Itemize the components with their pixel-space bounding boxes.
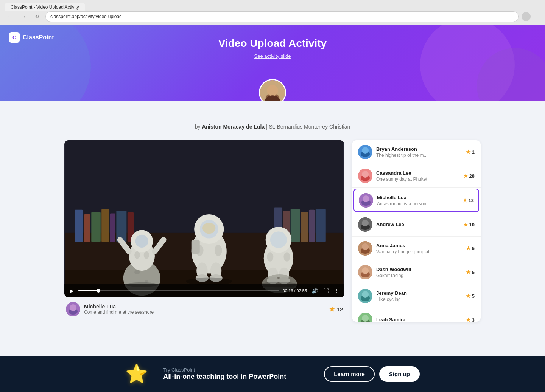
video-star-badge: ★ 12 (329, 305, 343, 313)
author-separator: | (266, 124, 268, 130)
star-icon: ★ (463, 222, 468, 228)
svg-point-40 (202, 223, 215, 234)
svg-rect-8 (91, 212, 100, 242)
back-button[interactable]: ← (5, 11, 15, 22)
author-name: Aniston Moracay de Lula (202, 124, 265, 130)
star-icon: ★ (466, 245, 471, 251)
video-container[interactable]: ▶ 00:16 / 02:55 🔊 ⛶ ⋮ (64, 140, 344, 297)
svg-point-24 (134, 251, 140, 259)
submission-avatar (358, 241, 372, 256)
svg-point-21 (134, 270, 140, 274)
footer-star-icon: ⭐ (125, 363, 148, 366)
progress-fill (78, 290, 98, 291)
video-scene (64, 140, 344, 297)
svg-point-43 (283, 252, 290, 261)
submission-info: Leah Samira (376, 317, 466, 322)
submission-info: Anna James Wanna try bungee jump at... (376, 243, 466, 254)
mute-button[interactable]: 🔊 (311, 287, 319, 294)
active-tab[interactable]: ClassPoint - Video Upload Activity (5, 3, 85, 11)
svg-point-50 (270, 231, 287, 248)
caption-avatar (66, 302, 80, 316)
svg-rect-9 (101, 209, 109, 242)
video-section: ▶ 00:16 / 02:55 🔊 ⛶ ⋮ (64, 140, 344, 322)
svg-rect-11 (116, 211, 126, 242)
star-icon: ★ (466, 149, 471, 155)
content-layout: ▶ 00:16 / 02:55 🔊 ⛶ ⋮ (64, 140, 481, 322)
submission-item[interactable]: Cassandra Lee One sunny day at Phuket ★ … (352, 164, 481, 188)
svg-rect-10 (110, 213, 115, 242)
author-info: by Aniston Moracay de Lula | St. Bernard… (195, 124, 350, 130)
svg-point-71 (362, 243, 369, 250)
star-icon: ★ (466, 269, 471, 275)
submission-stars: ★ 10 (463, 222, 475, 228)
submission-stars: ★ 12 (462, 197, 474, 203)
svg-point-22 (145, 280, 148, 283)
page-title: Video Upload Activity (0, 37, 545, 50)
submission-avatar (359, 193, 373, 208)
svg-rect-16 (301, 212, 308, 242)
submission-avatar (358, 169, 372, 183)
tab-label: ClassPoint - Video Upload Activity (11, 5, 79, 10)
submitter-name: Michelle Lua (84, 304, 154, 310)
submission-stars: ★ 5 (466, 293, 475, 299)
svg-point-42 (267, 252, 273, 261)
reload-button[interactable]: ↻ (32, 11, 42, 22)
time-display: 00:16 / 02:55 (283, 288, 307, 293)
avatar-image (260, 80, 285, 101)
forward-button[interactable]: → (18, 11, 29, 22)
submission-item[interactable]: Andrew Lee ★ 10 (352, 213, 481, 237)
submission-item-active[interactable]: Michelle Lua An astronaut is a person...… (353, 189, 479, 212)
author-prefix: by (195, 124, 201, 130)
svg-point-65 (363, 195, 369, 202)
svg-rect-6 (75, 210, 83, 242)
header-content: Video Upload Activity See activity slide (0, 34, 545, 59)
browser-more-button[interactable]: ⋮ (534, 12, 540, 21)
svg-point-56 (70, 304, 76, 311)
video-controls: ▶ 00:16 / 02:55 🔊 ⛶ ⋮ (64, 284, 344, 297)
progress-bar[interactable] (78, 290, 279, 291)
app-container: C ClassPoint Video Upload Activity See a… (0, 25, 545, 366)
svg-point-74 (362, 267, 369, 274)
submission-item[interactable]: Leah Samira ★ 3 (352, 308, 481, 322)
submission-avatar (358, 217, 372, 232)
submission-stars: ★ 1 (466, 149, 475, 155)
header-avatar-wrap (0, 65, 545, 93)
submission-avatar (358, 289, 372, 303)
submission-item[interactable]: Anna James Wanna try bungee jump at... ★… (352, 237, 481, 260)
submission-stars: ★ 28 (463, 173, 475, 179)
submission-info: Bryan Andersson The highest tip of the m… (376, 146, 466, 158)
play-button[interactable]: ▶ (69, 287, 75, 294)
address-bar[interactable] (45, 11, 519, 22)
svg-rect-17 (309, 210, 315, 242)
fullscreen-button[interactable]: ⛶ (322, 287, 329, 294)
svg-point-77 (362, 291, 369, 298)
submission-info: Andrew Lee (376, 222, 463, 228)
caption-text-group: Michelle Lua Come and find me at the sea… (84, 304, 154, 315)
video-caption: Michelle Lua Come and find me at the sea… (64, 297, 344, 321)
header-section: C ClassPoint Video Upload Activity See a… (0, 25, 545, 101)
submissions-list[interactable]: Bryan Andersson The highest tip of the m… (352, 140, 481, 322)
main-content: by Aniston Moracay de Lula | St. Bernard… (0, 101, 545, 329)
submission-item[interactable]: Jeremy Dean I like cycling ★ 5 (352, 284, 481, 308)
svg-point-62 (362, 171, 369, 178)
svg-point-59 (362, 147, 369, 154)
current-time: 00:16 (283, 288, 293, 293)
more-options-button[interactable]: ⋮ (333, 287, 340, 294)
progress-thumb (97, 289, 100, 293)
star-icon: ★ (466, 293, 471, 299)
submission-item[interactable]: Bryan Andersson The highest tip of the m… (352, 140, 481, 164)
browser-nav: ← → ↻ ⋮ (5, 11, 540, 22)
activity-slide-link[interactable]: See activity slide (254, 53, 291, 59)
submission-info: Cassandra Lee One sunny day at Phuket (376, 170, 463, 182)
total-time: 02:55 (296, 288, 307, 293)
submission-avatar (358, 313, 372, 322)
svg-rect-15 (291, 209, 300, 242)
svg-point-32 (215, 245, 222, 256)
submission-stars: ★ 5 (466, 269, 475, 275)
header-avatar (259, 79, 286, 101)
svg-point-25 (144, 251, 149, 259)
svg-point-2 (267, 85, 278, 96)
submission-item[interactable]: Dash Woodwill Gokart racing ★ 5 (352, 260, 481, 284)
submission-info: Dash Woodwill Gokart racing (376, 266, 466, 278)
submission-stars: ★ 3 (466, 317, 475, 322)
